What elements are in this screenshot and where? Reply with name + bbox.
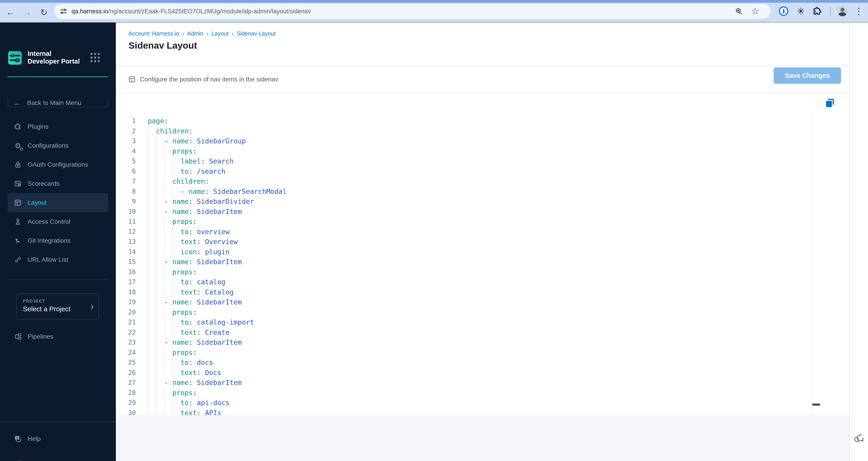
sidebar-item-label: Pipelines <box>28 333 53 340</box>
yaml-editor[interactable]: 1page:2 children:3 - name: SidebarGroup4… <box>116 93 849 415</box>
idp-logo-icon <box>8 51 22 65</box>
sidebar-item-scorecards[interactable]: Scorecards <box>8 174 108 193</box>
browser-forward-button[interactable]: → <box>20 3 34 22</box>
line-number: 28 <box>116 388 136 398</box>
puzzle-icon <box>13 122 22 131</box>
app-grid-icon[interactable] <box>91 53 101 64</box>
code-line[interactable]: 24 props: <box>116 348 810 358</box>
sidebar-item-label: Access Control <box>28 218 70 225</box>
sidebar-item-oauth-configurations[interactable]: OAuth Configurations <box>8 155 108 174</box>
browser-back-button[interactable]: ← <box>3 3 18 22</box>
url-text[interactable]: qa.harness.io/ng/account/zEaak-FLS425IEO… <box>71 4 311 19</box>
person-icon <box>13 218 22 226</box>
code-line[interactable]: 26 text: Docs <box>116 368 810 378</box>
sidebar-item-git-integrations[interactable]: Git Integrations <box>8 231 108 250</box>
zoom-page-icon[interactable] <box>735 7 744 16</box>
browser-profile-avatar[interactable] <box>837 6 848 16</box>
code-line[interactable]: 27 - name: SidebarItem <box>116 378 810 388</box>
code-line[interactable]: 9 - name: SidebarDivider <box>116 197 810 207</box>
breadcrumb: Account: Harness.io›Admin›Layout›Sidenav… <box>128 30 276 37</box>
code-line[interactable]: 10 - name: SidebarItem <box>116 207 810 217</box>
code-line[interactable]: 15 - name: SidebarItem <box>116 257 810 267</box>
code-line[interactable]: 23 - name: SidebarItem <box>116 337 810 348</box>
back-to-main-menu[interactable]: ← Back to Main Menu <box>8 95 108 111</box>
code-line[interactable]: 7 children: <box>116 176 810 187</box>
code-line[interactable]: 25 to: docs <box>116 358 810 368</box>
editor-scrollbar-thumb[interactable] <box>812 403 820 405</box>
sidebar-item-url-allow-list[interactable]: URL Allow List <box>8 250 108 269</box>
address-bar[interactable]: qa.harness.io/ng/account/zEaak-FLS425IEO… <box>54 4 771 19</box>
code-line[interactable]: 14 icon: plugin <box>116 247 810 257</box>
line-number: 15 <box>116 257 136 267</box>
browser-reload-button[interactable]: ↻ <box>37 3 51 22</box>
project-value: Select a Project <box>23 305 70 313</box>
code-line[interactable]: 12 to: overview <box>116 227 810 237</box>
line-number: 6 <box>116 166 136 177</box>
back-label: Back to Main Menu <box>27 99 82 106</box>
line-number: 11 <box>116 217 136 227</box>
help-chat-icon: ? <box>13 434 22 443</box>
browser-menu-icon[interactable]: ⋮ <box>854 6 864 16</box>
breadcrumb-separator: › <box>182 31 184 37</box>
code-line[interactable]: 28 props: <box>116 388 810 398</box>
code-line[interactable]: 21 to: catalog-import <box>116 317 810 328</box>
toolbar-separator <box>830 7 831 16</box>
right-edge-strip <box>849 23 868 461</box>
code-line[interactable]: 16 props: <box>116 267 810 277</box>
sidebar-item-pipelines[interactable]: Pipelines <box>8 327 108 346</box>
line-number: 22 <box>116 328 136 338</box>
code-line[interactable]: 8 - name: SidebarSearchModal <box>116 187 810 197</box>
line-number: 18 <box>116 287 136 297</box>
bookmark-star-icon[interactable]: ☆ <box>751 6 760 15</box>
code-lines[interactable]: 1page:2 children:3 - name: SidebarGroup4… <box>116 116 810 415</box>
sidebar-item-layout[interactable]: Layout <box>8 193 108 212</box>
sidebar-item-help[interactable]: ? Help <box>8 430 108 448</box>
sidebar-nav: Plugins ⚙⚙ Configurations OAuth Configur… <box>8 117 108 269</box>
line-number: 1 <box>116 116 136 126</box>
onepassword-extension-icon[interactable] <box>778 6 789 16</box>
chat-widget-icon[interactable] <box>853 432 866 445</box>
code-line[interactable]: 6 to: /search <box>116 166 810 177</box>
breadcrumb-sidenav-layout[interactable]: Sidenav Layout <box>237 30 276 37</box>
sidebar-item-plugins[interactable]: Plugins <box>8 117 108 136</box>
save-changes-button[interactable]: Save Changes <box>774 67 841 84</box>
code-line[interactable]: 4 props: <box>116 146 810 157</box>
breadcrumb-account[interactable]: Account: Harness.io <box>128 30 179 37</box>
line-number: 21 <box>116 317 136 328</box>
project-selector[interactable]: PROJECT Select a Project › <box>16 294 99 319</box>
url-host: qa.harness.io <box>71 8 108 15</box>
code-line[interactable]: 30 text: APIs <box>116 408 810 415</box>
code-line[interactable]: 18 text: Catalog <box>116 287 810 297</box>
sidebar-item-label: Configurations <box>28 142 68 149</box>
code-line[interactable]: 11 props: <box>116 217 810 227</box>
extensions-puzzle-icon[interactable] <box>812 6 822 16</box>
site-settings-tune-icon[interactable] <box>59 7 68 16</box>
sidebar-item-access-control[interactable]: Access Control <box>8 212 108 231</box>
code-line[interactable]: 20 props: <box>116 307 810 318</box>
extension-burst-icon[interactable]: ✳ <box>796 6 806 16</box>
sidebar-item-label: Layout <box>28 199 46 206</box>
code-line[interactable]: 29 to: api-docs <box>116 398 810 408</box>
code-line[interactable]: 3 - name: SidebarGroup <box>116 136 810 146</box>
code-line[interactable]: 2 children: <box>116 126 810 136</box>
sidebar-item-label: Plugins <box>28 123 49 130</box>
back-arrow-icon: ← <box>13 99 21 107</box>
line-number: 2 <box>116 126 136 136</box>
code-line[interactable]: 22 text: Create <box>116 328 810 338</box>
code-line[interactable]: 19 - name: SidebarItem <box>116 297 810 307</box>
line-number: 29 <box>116 398 136 408</box>
code-line[interactable]: 5 label: Search <box>116 156 810 166</box>
layout-icon <box>13 198 22 207</box>
breadcrumb-admin[interactable]: Admin <box>187 30 204 37</box>
sidebar-item-configurations[interactable]: ⚙⚙ Configurations <box>8 136 108 155</box>
line-number: 10 <box>116 207 136 217</box>
sidebar-user[interactable]: HM Himanshu Mishra <box>8 457 108 461</box>
breadcrumb-layout[interactable]: Layout <box>212 30 228 37</box>
line-number: 8 <box>116 187 136 197</box>
code-line[interactable]: 1page: <box>116 116 810 126</box>
code-line[interactable]: 13 text: Overview <box>116 237 810 247</box>
copy-icon[interactable] <box>824 97 835 108</box>
browser-chrome: ← → ↻ qa.harness.io/ng/account/zEaak-FLS… <box>0 0 868 23</box>
code-line[interactable]: 17 to: catalog <box>116 277 810 287</box>
sidebar-teal-divider <box>8 76 108 77</box>
